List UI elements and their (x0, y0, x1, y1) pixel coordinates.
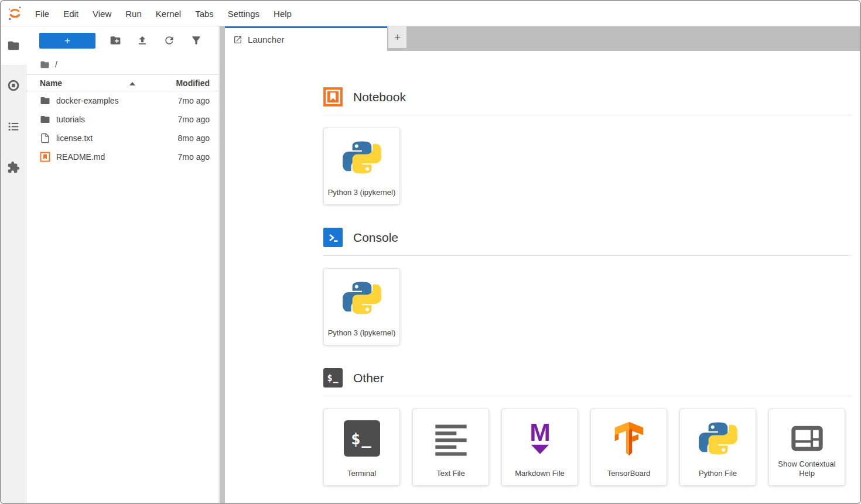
new-folder-icon (110, 35, 121, 46)
launcher-card-terminal[interactable]: $_ Terminal (323, 409, 400, 486)
file-modified: 8mo ago (178, 133, 210, 143)
section-divider (323, 255, 852, 256)
new-launcher-button[interactable]: + (39, 33, 95, 49)
launcher-card-markdown-file[interactable]: M Markdown File (501, 409, 578, 486)
menu-settings[interactable]: Settings (221, 5, 266, 22)
breadcrumb[interactable]: / (26, 54, 218, 74)
refresh-icon (163, 35, 175, 46)
menu-bar: File Edit View Run Kernel Tabs Settings … (1, 1, 860, 26)
jupyter-logo-icon (1, 5, 28, 22)
text-file-icon (40, 133, 50, 143)
file-list: docker-examples 7mo ago tutorials 7mo ag… (26, 91, 218, 503)
section-title: Console (353, 231, 398, 245)
menu-edit[interactable]: Edit (56, 5, 86, 22)
file-row-readme[interactable]: README.md 7mo ago (26, 148, 218, 166)
menu-tabs[interactable]: Tabs (188, 5, 221, 22)
tab-label: Launcher (248, 35, 285, 44)
contextual-help-icon (788, 419, 826, 458)
file-browser-panel: + / (26, 26, 218, 503)
upload-button[interactable] (136, 35, 148, 46)
tensorboard-icon (610, 419, 648, 458)
file-browser-toolbar: + (26, 26, 218, 54)
file-list-header: Name Modified (26, 74, 218, 91)
card-label: Python 3 (ipykernel) (328, 188, 396, 198)
menu-help[interactable]: Help (266, 5, 299, 22)
sidebar-item-table-of-contents[interactable] (1, 106, 26, 147)
file-name: license.txt (56, 133, 93, 143)
launcher-body: Notebook Python 3 (ipykernel) (225, 51, 860, 503)
file-modified: 7mo ago (178, 115, 210, 124)
python-icon (343, 278, 381, 318)
markdown-icon: M (521, 419, 559, 458)
launcher-card-text-file[interactable]: Text File (412, 409, 489, 486)
card-label: Show Contextual Help (772, 460, 842, 479)
section-divider (323, 115, 852, 115)
card-label: Markdown File (515, 469, 565, 479)
section-notebook: Notebook Python 3 (ipykernel) (323, 87, 854, 205)
terminal-icon: $_ (344, 419, 380, 458)
section-title: Other (353, 371, 384, 385)
column-header-modified[interactable]: Modified (176, 78, 210, 88)
new-tab-button[interactable]: + (388, 26, 407, 49)
launcher-icon (233, 35, 242, 44)
sidebar-item-extension-manager[interactable] (1, 147, 26, 188)
folder-icon (40, 95, 50, 106)
list-icon (7, 120, 20, 133)
sidebar-item-file-browser[interactable] (1, 26, 26, 65)
breadcrumb-root: / (55, 60, 57, 69)
card-label: Python File (699, 469, 737, 479)
python-icon (343, 138, 381, 177)
launcher-card-python-file[interactable]: Python File (679, 409, 756, 486)
filter-icon (190, 35, 202, 46)
section-title: Notebook (353, 90, 406, 104)
python-icon (699, 419, 737, 458)
puzzle-icon (7, 161, 20, 174)
file-row-tutorials[interactable]: tutorials 7mo ago (26, 110, 218, 129)
sort-ascending-icon (129, 82, 135, 85)
column-header-name[interactable]: Name (40, 78, 62, 88)
text-file-icon (432, 419, 470, 458)
tab-bar: Launcher + (225, 26, 860, 51)
main-dock-panel: Launcher + Notebook (225, 26, 860, 503)
launcher-card-show-contextual-help[interactable]: Show Contextual Help (768, 409, 845, 486)
console-icon (323, 228, 343, 247)
section-other: $_ Other $_ Terminal (323, 368, 854, 486)
markdown-file-icon (40, 152, 50, 162)
svg-text:M: M (529, 420, 551, 446)
card-label: Terminal (347, 469, 376, 479)
section-console: Console Python 3 (ipykernel) (323, 228, 854, 345)
file-row-license[interactable]: license.txt 8mo ago (26, 129, 218, 148)
card-label: Python 3 (ipykernel) (328, 328, 396, 338)
launcher-card-notebook-python3[interactable]: Python 3 (ipykernel) (323, 128, 400, 205)
menu-run[interactable]: Run (118, 5, 149, 22)
tab-launcher[interactable]: Launcher (225, 26, 387, 51)
file-modified: 7mo ago (178, 96, 210, 105)
upload-icon (136, 35, 148, 46)
panel-splitter[interactable] (218, 26, 225, 503)
menu-file[interactable]: File (28, 5, 56, 22)
folder-icon (40, 114, 50, 125)
launcher-card-tensorboard[interactable]: TensorBoard (590, 409, 667, 486)
stop-circle-icon (7, 79, 20, 92)
terminal-icon: $_ (323, 368, 343, 388)
folder-icon (7, 39, 20, 52)
activity-bar (1, 26, 26, 503)
file-name: README.md (56, 152, 105, 162)
file-name: tutorials (56, 115, 85, 124)
notebook-icon (323, 87, 343, 107)
menu-view[interactable]: View (86, 5, 118, 22)
jupyterlab-window: File Edit View Run Kernel Tabs Settings … (0, 0, 861, 504)
refresh-button[interactable] (163, 35, 175, 46)
file-modified: 7mo ago (178, 152, 210, 162)
card-label: TensorBoard (607, 469, 651, 479)
launcher-card-console-python3[interactable]: Python 3 (ipykernel) (323, 268, 400, 345)
menu-kernel[interactable]: Kernel (149, 5, 188, 22)
filter-button[interactable] (190, 35, 202, 46)
folder-icon (40, 60, 50, 70)
new-folder-button[interactable] (110, 35, 121, 46)
card-label: Text File (436, 469, 464, 479)
sidebar-item-running-kernels[interactable] (1, 65, 26, 106)
file-row-docker-examples[interactable]: docker-examples 7mo ago (26, 91, 218, 110)
section-divider (323, 396, 852, 396)
file-name: docker-examples (56, 96, 119, 105)
